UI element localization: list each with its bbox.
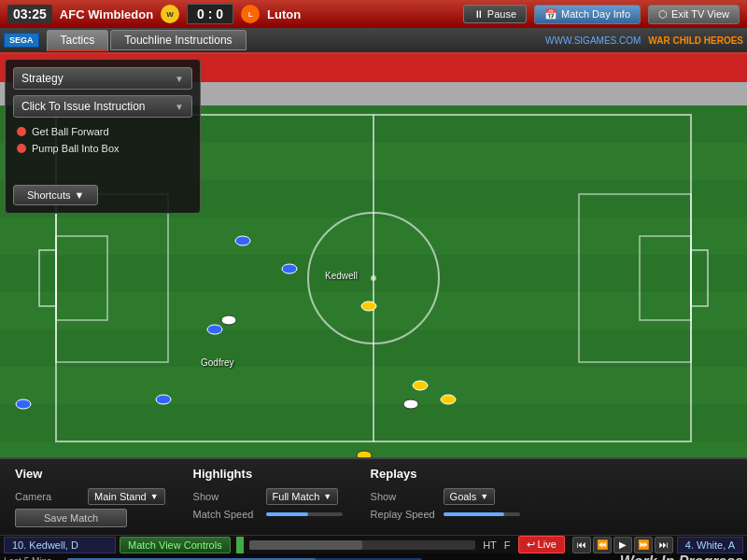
replays-title: Replays [371, 467, 520, 481]
exit-icon: ⬡ [658, 8, 668, 21]
brand-area: WWW.SIGAMES.COM WAR CHILD HEROES [545, 35, 743, 46]
save-match-row: Save Match [15, 509, 165, 527]
game-area: Kedwell Godfrey Strategy ▼ Click To Issu… [0, 54, 747, 457]
replays-section: Replays Show Goals ▼ Replay Speed [371, 467, 520, 527]
svg-point-20 [207, 325, 222, 334]
show2-label: Show [371, 491, 436, 502]
camera-row: Camera Main Stand ▼ [15, 488, 165, 505]
dropdown-arrow-icon: ▼ [175, 74, 184, 84]
tabs-row: SEGA Tactics Touchline Instructions WWW.… [0, 28, 747, 54]
view-mode-indicator [236, 537, 244, 553]
live-icon: ↩ [527, 539, 535, 550]
left-player-info: 10. Kedwell, D [4, 537, 116, 553]
live-button[interactable]: ↩ Live [518, 536, 565, 553]
camera-dropdown[interactable]: Main Stand ▼ [88, 488, 165, 505]
sigames-brand: WWW.SIGAMES.COM [545, 35, 641, 46]
match-speed-row: Match Speed [193, 509, 343, 520]
match-score: 0 : 0 [187, 4, 233, 24]
svg-point-22 [16, 399, 31, 409]
svg-point-23 [361, 301, 376, 311]
pause-button[interactable]: ⏸ Pause [463, 5, 527, 23]
camera-arrow-icon: ▼ [150, 492, 159, 501]
last5-label: Last 5 Mins [4, 556, 60, 560]
instruction-item-1: Get Ball Forward [13, 123, 192, 140]
tab-tactics[interactable]: Tactics [47, 30, 109, 51]
right-player-info: 4. White, A [677, 537, 743, 553]
shortcuts-button[interactable]: Shortcuts ▼ [13, 185, 98, 205]
pause-icon: ⏸ [473, 8, 484, 20]
matchday-button[interactable]: 📅 Match Day Info [534, 5, 641, 24]
match-speed-label: Match Speed [193, 509, 259, 520]
skip-end-button[interactable]: ⏭ [655, 537, 673, 553]
show2-arrow-icon: ▼ [480, 492, 488, 501]
warchild-brand: WAR CHILD HEROES [648, 35, 743, 46]
show-arrow-icon: ▼ [323, 492, 331, 501]
show-row: Show Full Match ▼ [193, 488, 343, 505]
skip-start-button[interactable]: ⏮ [572, 537, 591, 553]
calendar-icon: 📅 [544, 8, 557, 21]
f-label: F [504, 539, 511, 551]
svg-point-18 [235, 236, 250, 245]
home-team-name: AFC Wimbledon [60, 7, 153, 21]
show2-row: Show Goals ▼ [371, 488, 520, 505]
svg-point-21 [156, 395, 171, 404]
highlights-section: Highlights Show Full Match ▼ Match Speed [193, 467, 343, 527]
arrow-icon: ▼ [74, 189, 84, 201]
status-bar: 10. Kedwell, D Match View Controls HT F … [0, 535, 747, 553]
controls-main: View Camera Main Stand ▼ Save Match High… [0, 459, 747, 535]
active-dot-icon2 [17, 144, 26, 153]
svg-point-24 [413, 381, 428, 390]
svg-point-28 [357, 451, 372, 457]
strategy-dropdown[interactable]: Strategy ▼ [13, 67, 192, 90]
home-team-badge: W [161, 5, 179, 23]
view-title: View [15, 467, 165, 481]
match-speed-slider[interactable] [266, 512, 343, 516]
ht-label: HT [479, 539, 500, 551]
exit-tv-button[interactable]: ⬡ Exit TV View [648, 5, 740, 24]
sega-logo: SEGA [4, 33, 39, 48]
instruction-item-2: Pump Ball Into Box [13, 140, 192, 157]
camera-label: Camera [15, 491, 80, 502]
replay-speed-slider[interactable] [444, 512, 520, 516]
save-match-button[interactable]: Save Match [15, 509, 127, 527]
svg-point-19 [282, 264, 297, 273]
replay-speed-label: Replay Speed [371, 509, 436, 520]
show-dropdown[interactable]: Full Match ▼ [266, 488, 339, 505]
svg-point-11 [371, 275, 376, 281]
rewind-button[interactable]: ⏪ [593, 537, 612, 553]
view-section: View Camera Main Stand ▼ Save Match [15, 467, 165, 527]
view-controls-button[interactable]: Match View Controls [120, 537, 231, 553]
away-team-name: Luton [267, 7, 301, 21]
play-button[interactable]: ▶ [613, 537, 632, 553]
top-bar: 03:25 AFC Wimbledon W 0 : 0 L Luton ⏸ Pa… [0, 0, 747, 28]
work-in-progress-label: Work In Progress [620, 553, 743, 561]
dropdown-arrow-icon2: ▼ [175, 102, 184, 112]
away-team-badge: L [241, 5, 260, 23]
show2-dropdown[interactable]: Goals ▼ [444, 488, 496, 505]
transport-controls: ⏮ ⏪ ▶ ⏩ ⏭ [572, 537, 673, 553]
tactics-panel: Strategy ▼ Click To Issue Instruction ▼ … [5, 59, 201, 214]
bottom-controls: View Camera Main Stand ▼ Save Match High… [0, 457, 747, 551]
match-timer: 03:25 [7, 5, 52, 23]
svg-point-25 [441, 395, 456, 404]
svg-point-27 [403, 399, 418, 409]
svg-point-26 [221, 315, 236, 325]
issue-instruction-dropdown[interactable]: Click To Issue Instruction ▼ [13, 95, 192, 118]
tab-touchline[interactable]: Touchline Instructions [110, 30, 246, 50]
replay-speed-row: Replay Speed [371, 509, 520, 520]
active-dot-icon [17, 127, 26, 136]
highlights-title: Highlights [193, 467, 343, 481]
show-label: Show [193, 491, 259, 502]
fast-forward-button[interactable]: ⏩ [634, 537, 653, 553]
match-progress-bar [249, 540, 475, 550]
